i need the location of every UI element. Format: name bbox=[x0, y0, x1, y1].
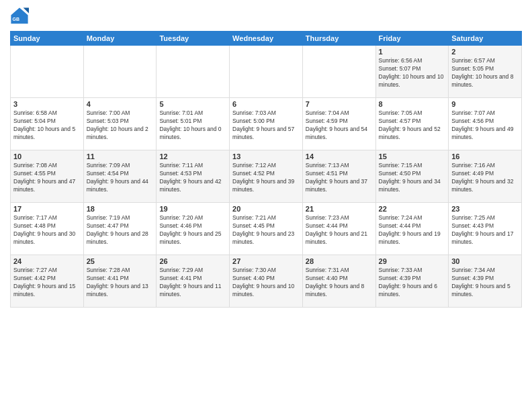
day-number: 24 bbox=[13, 257, 81, 265]
day-number: 14 bbox=[306, 152, 373, 161]
day-number: 12 bbox=[159, 152, 226, 161]
day-info: Sunrise: 7:04 AM Sunset: 4:59 PM Dayligh… bbox=[306, 109, 373, 142]
day-cell: 26Sunrise: 7:29 AM Sunset: 4:41 PM Dayli… bbox=[157, 255, 230, 308]
day-cell: 10Sunrise: 7:08 AM Sunset: 4:55 PM Dayli… bbox=[11, 150, 84, 203]
day-cell: 17Sunrise: 7:17 AM Sunset: 4:48 PM Dayli… bbox=[11, 203, 84, 255]
day-info: Sunrise: 7:15 AM Sunset: 4:50 PM Dayligh… bbox=[379, 162, 446, 194]
week-row-2: 10Sunrise: 7:08 AM Sunset: 4:55 PM Dayli… bbox=[11, 150, 522, 203]
day-cell: 16Sunrise: 7:16 AM Sunset: 4:49 PM Dayli… bbox=[449, 150, 522, 203]
day-info: Sunrise: 6:58 AM Sunset: 5:04 PM Dayligh… bbox=[13, 109, 81, 142]
day-info: Sunrise: 7:29 AM Sunset: 4:41 PM Dayligh… bbox=[159, 267, 226, 299]
day-number: 17 bbox=[13, 205, 81, 213]
day-info: Sunrise: 6:57 AM Sunset: 5:05 PM Dayligh… bbox=[451, 57, 519, 89]
day-number: 18 bbox=[87, 205, 154, 213]
day-cell: 14Sunrise: 7:13 AM Sunset: 4:51 PM Dayli… bbox=[302, 150, 375, 203]
day-info: Sunrise: 7:17 AM Sunset: 4:48 PM Dayligh… bbox=[13, 214, 81, 246]
day-cell bbox=[83, 46, 157, 98]
day-number: 5 bbox=[159, 100, 226, 108]
day-cell: 18Sunrise: 7:19 AM Sunset: 4:47 PM Dayli… bbox=[83, 203, 157, 255]
logo: GB bbox=[10, 7, 32, 26]
day-number: 6 bbox=[232, 100, 300, 108]
day-cell: 5Sunrise: 7:01 AM Sunset: 5:01 PM Daylig… bbox=[157, 98, 230, 150]
day-info: Sunrise: 7:16 AM Sunset: 4:49 PM Dayligh… bbox=[451, 162, 519, 194]
day-info: Sunrise: 7:33 AM Sunset: 4:39 PM Dayligh… bbox=[379, 267, 446, 299]
week-row-1: 3Sunrise: 6:58 AM Sunset: 5:04 PM Daylig… bbox=[11, 98, 522, 150]
day-info: Sunrise: 7:19 AM Sunset: 4:47 PM Dayligh… bbox=[87, 214, 154, 246]
day-info: Sunrise: 7:01 AM Sunset: 5:01 PM Dayligh… bbox=[159, 109, 226, 142]
day-info: Sunrise: 7:20 AM Sunset: 4:46 PM Dayligh… bbox=[159, 214, 226, 246]
day-number: 3 bbox=[13, 100, 81, 108]
day-number: 9 bbox=[451, 100, 519, 108]
day-info: Sunrise: 7:09 AM Sunset: 4:54 PM Dayligh… bbox=[87, 162, 154, 194]
day-number: 8 bbox=[379, 100, 446, 108]
day-cell: 20Sunrise: 7:21 AM Sunset: 4:45 PM Dayli… bbox=[230, 203, 303, 255]
day-cell: 4Sunrise: 7:00 AM Sunset: 5:03 PM Daylig… bbox=[83, 98, 157, 150]
day-cell: 3Sunrise: 6:58 AM Sunset: 5:04 PM Daylig… bbox=[11, 98, 84, 150]
day-number: 7 bbox=[306, 100, 373, 108]
day-info: Sunrise: 7:27 AM Sunset: 4:42 PM Dayligh… bbox=[13, 267, 81, 299]
day-number: 23 bbox=[451, 205, 519, 213]
day-number: 28 bbox=[306, 257, 373, 265]
day-number: 26 bbox=[159, 257, 226, 265]
day-number: 4 bbox=[87, 100, 154, 108]
day-number: 27 bbox=[232, 257, 300, 265]
day-info: Sunrise: 7:03 AM Sunset: 5:00 PM Dayligh… bbox=[232, 109, 300, 142]
day-cell: 29Sunrise: 7:33 AM Sunset: 4:39 PM Dayli… bbox=[375, 255, 449, 308]
day-cell: 25Sunrise: 7:28 AM Sunset: 4:41 PM Dayli… bbox=[83, 255, 157, 308]
day-info: Sunrise: 7:24 AM Sunset: 4:44 PM Dayligh… bbox=[379, 214, 446, 246]
day-info: Sunrise: 7:31 AM Sunset: 4:40 PM Dayligh… bbox=[306, 267, 373, 299]
day-cell: 15Sunrise: 7:15 AM Sunset: 4:50 PM Dayli… bbox=[375, 150, 449, 203]
day-number: 29 bbox=[379, 257, 446, 265]
header: GB bbox=[10, 7, 522, 26]
header-cell-wednesday: Wednesday bbox=[230, 32, 303, 46]
calendar-header: SundayMondayTuesdayWednesdayThursdayFrid… bbox=[11, 32, 522, 46]
day-number: 2 bbox=[451, 48, 519, 56]
day-number: 10 bbox=[13, 152, 81, 161]
day-cell: 23Sunrise: 7:25 AM Sunset: 4:43 PM Dayli… bbox=[449, 203, 522, 255]
calendar-body: 1Sunrise: 6:56 AM Sunset: 5:07 PM Daylig… bbox=[11, 46, 522, 308]
header-cell-thursday: Thursday bbox=[302, 32, 375, 46]
day-info: Sunrise: 6:56 AM Sunset: 5:07 PM Dayligh… bbox=[379, 57, 446, 89]
day-number: 15 bbox=[379, 152, 446, 161]
day-info: Sunrise: 7:23 AM Sunset: 4:44 PM Dayligh… bbox=[306, 214, 373, 246]
svg-text:GB: GB bbox=[13, 17, 20, 21]
header-cell-saturday: Saturday bbox=[449, 32, 522, 46]
day-cell: 12Sunrise: 7:11 AM Sunset: 4:53 PM Dayli… bbox=[157, 150, 230, 203]
day-cell: 9Sunrise: 7:07 AM Sunset: 4:56 PM Daylig… bbox=[449, 98, 522, 150]
day-cell bbox=[230, 46, 303, 98]
day-info: Sunrise: 7:13 AM Sunset: 4:51 PM Dayligh… bbox=[306, 162, 373, 194]
day-number: 30 bbox=[451, 257, 519, 265]
day-number: 19 bbox=[159, 205, 226, 213]
week-row-0: 1Sunrise: 6:56 AM Sunset: 5:07 PM Daylig… bbox=[11, 46, 522, 98]
header-cell-sunday: Sunday bbox=[11, 32, 84, 46]
day-cell: 28Sunrise: 7:31 AM Sunset: 4:40 PM Dayli… bbox=[302, 255, 375, 308]
header-cell-monday: Monday bbox=[83, 32, 157, 46]
day-info: Sunrise: 7:28 AM Sunset: 4:41 PM Dayligh… bbox=[87, 267, 154, 299]
day-cell: 8Sunrise: 7:05 AM Sunset: 4:57 PM Daylig… bbox=[375, 98, 449, 150]
week-row-4: 24Sunrise: 7:27 AM Sunset: 4:42 PM Dayli… bbox=[11, 255, 522, 308]
day-cell: 6Sunrise: 7:03 AM Sunset: 5:00 PM Daylig… bbox=[230, 98, 303, 150]
day-info: Sunrise: 7:30 AM Sunset: 4:40 PM Dayligh… bbox=[232, 267, 300, 299]
day-number: 16 bbox=[451, 152, 519, 161]
day-number: 20 bbox=[232, 205, 300, 213]
day-cell: 30Sunrise: 7:34 AM Sunset: 4:39 PM Dayli… bbox=[449, 255, 522, 308]
day-info: Sunrise: 7:05 AM Sunset: 4:57 PM Dayligh… bbox=[379, 109, 446, 142]
day-info: Sunrise: 7:25 AM Sunset: 4:43 PM Dayligh… bbox=[451, 214, 519, 246]
day-info: Sunrise: 7:08 AM Sunset: 4:55 PM Dayligh… bbox=[13, 162, 81, 194]
day-cell: 27Sunrise: 7:30 AM Sunset: 4:40 PM Dayli… bbox=[230, 255, 303, 308]
calendar-table: SundayMondayTuesdayWednesdayThursdayFrid… bbox=[10, 31, 522, 308]
day-number: 13 bbox=[232, 152, 300, 161]
day-cell: 7Sunrise: 7:04 AM Sunset: 4:59 PM Daylig… bbox=[302, 98, 375, 150]
day-cell bbox=[302, 46, 375, 98]
day-cell: 24Sunrise: 7:27 AM Sunset: 4:42 PM Dayli… bbox=[11, 255, 84, 308]
day-number: 1 bbox=[379, 48, 446, 56]
day-number: 21 bbox=[306, 205, 373, 213]
week-row-3: 17Sunrise: 7:17 AM Sunset: 4:48 PM Dayli… bbox=[11, 203, 522, 255]
page: GB SundayMondayTuesdayWednesdayThursdayF… bbox=[0, 0, 532, 411]
header-cell-friday: Friday bbox=[375, 32, 449, 46]
day-number: 11 bbox=[87, 152, 154, 161]
day-number: 25 bbox=[87, 257, 154, 265]
day-info: Sunrise: 7:34 AM Sunset: 4:39 PM Dayligh… bbox=[451, 267, 519, 299]
day-cell: 21Sunrise: 7:23 AM Sunset: 4:44 PM Dayli… bbox=[302, 203, 375, 255]
day-number: 22 bbox=[379, 205, 446, 213]
